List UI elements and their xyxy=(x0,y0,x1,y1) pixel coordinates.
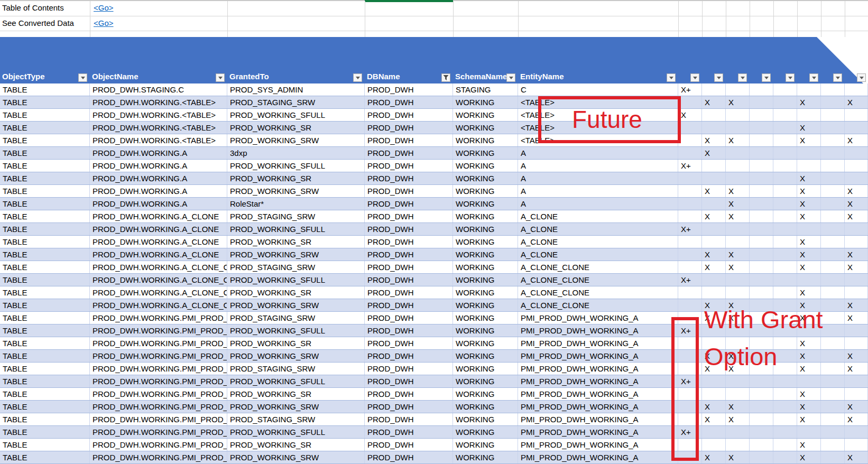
cell-entity[interactable]: A xyxy=(518,185,678,197)
cell-grant-delete[interactable] xyxy=(702,426,726,438)
cell-type[interactable]: TABLE xyxy=(0,236,90,248)
cell-granted[interactable]: PROD_WORKING_SRW xyxy=(227,185,365,197)
cell-name[interactable]: PROD_DWH.WORKING.A xyxy=(90,147,227,159)
cell-db[interactable]: PROD_DWH xyxy=(365,83,453,96)
cell-grant-truncate[interactable] xyxy=(821,401,845,413)
cell-type[interactable]: TABLE xyxy=(0,274,90,286)
cell-grant-delete[interactable] xyxy=(702,122,726,134)
cell-db[interactable]: PROD_DWH xyxy=(365,350,453,362)
cell-grant-rebuild[interactable] xyxy=(750,122,773,134)
cell-grant-references[interactable] xyxy=(773,439,797,451)
cell-schema[interactable]: WORKING xyxy=(453,388,518,400)
cell-grant-insert[interactable] xyxy=(726,83,750,96)
cell-grant-ownership[interactable]: X xyxy=(678,109,702,121)
cell-granted[interactable]: PROD_STAGING_SRW xyxy=(227,312,365,324)
cell-type[interactable]: TABLE xyxy=(0,388,90,400)
cell-grant-select[interactable]: X xyxy=(797,134,821,146)
cell-name[interactable]: PROD_DWH.WORKING.PMI_PROD_DWH_WORKING_A xyxy=(90,401,227,413)
cell-grant-insert[interactable] xyxy=(726,439,750,451)
cell-grant-delete[interactable] xyxy=(702,236,726,248)
cell-grant-rebuild[interactable] xyxy=(750,172,773,184)
cell-grant-truncate[interactable] xyxy=(821,122,845,134)
cell-name[interactable]: PROD_DWH.WORKING.A_CLONE_CLONE xyxy=(90,261,227,273)
cell-grant-select[interactable] xyxy=(797,109,821,121)
cell-grant-ownership[interactable] xyxy=(678,299,702,311)
cell-grant-rebuild[interactable] xyxy=(750,236,773,248)
cell-grant-insert[interactable] xyxy=(726,109,750,121)
cell-grant-references[interactable] xyxy=(773,375,797,387)
cell-db[interactable]: PROD_DWH xyxy=(365,223,453,235)
cell-grant-references[interactable] xyxy=(773,134,797,146)
cell-name[interactable]: PROD_DWH.WORKING.A_CLONE xyxy=(90,236,227,248)
toc-go-link[interactable]: <Go> xyxy=(94,3,114,12)
cell-grant-rebuild[interactable] xyxy=(750,198,773,210)
cell-grant-truncate[interactable] xyxy=(821,337,845,349)
cell-granted[interactable]: PROD_STAGING_SRW xyxy=(227,261,365,273)
filter-dropdown-delete[interactable] xyxy=(714,73,723,82)
cell-grant-ownership[interactable] xyxy=(678,147,702,159)
cell-db[interactable]: PROD_DWH xyxy=(365,324,453,337)
cell-grant-select[interactable] xyxy=(797,83,821,96)
cell-db[interactable]: PROD_DWH xyxy=(365,413,453,425)
cell-type[interactable]: TABLE xyxy=(0,451,90,463)
cell-grant-truncate[interactable] xyxy=(821,261,845,273)
cell-entity[interactable]: PMI_PROD_DWH_WORKING_A xyxy=(518,413,678,425)
cell-grant-truncate[interactable] xyxy=(821,160,845,172)
cell-grant-rebuild[interactable] xyxy=(750,160,773,172)
cell-grant-update[interactable]: X xyxy=(845,401,868,413)
cell-schema[interactable]: WORKING xyxy=(453,439,518,451)
cell-grant-ownership[interactable] xyxy=(678,248,702,261)
cell-schema[interactable]: WORKING xyxy=(453,451,518,463)
cell-type[interactable]: TABLE xyxy=(0,426,90,438)
cell-name[interactable]: PROD_DWH.WORKING.A_CLONE xyxy=(90,248,227,261)
cell-grant-ownership[interactable]: X+ xyxy=(678,160,702,172)
cell-grant-rebuild[interactable] xyxy=(750,413,773,425)
cell-grant-select[interactable]: X xyxy=(797,185,821,197)
cell-entity[interactable]: PMI_PROD_DWH_WORKING_A xyxy=(518,324,678,337)
cell-grant-truncate[interactable] xyxy=(821,134,845,146)
cell-entity[interactable]: A_CLONE_CLONE xyxy=(518,299,678,311)
cell-grant-insert[interactable] xyxy=(726,160,750,172)
cell-schema[interactable]: WORKING xyxy=(453,122,518,134)
cell-grant-ownership[interactable]: X+ xyxy=(678,83,702,96)
cell-grant-insert[interactable] xyxy=(726,122,750,134)
cell-db[interactable]: PROD_DWH xyxy=(365,312,453,324)
cell-grant-select[interactable] xyxy=(797,160,821,172)
cell-granted[interactable]: PROD_WORKING_SRW xyxy=(227,299,365,311)
cell-granted[interactable]: PROD_WORKING_SR xyxy=(227,172,365,184)
filter-dropdown-select[interactable] xyxy=(809,73,818,82)
cell-grant-insert[interactable]: X xyxy=(726,185,750,197)
filter-dropdown-rebuild[interactable] xyxy=(762,73,771,82)
cell-grant-rebuild[interactable] xyxy=(750,109,773,121)
cell-grant-truncate[interactable] xyxy=(821,388,845,400)
cell-grant-select[interactable] xyxy=(797,274,821,286)
cell-granted[interactable]: PROD_WORKING_SR xyxy=(227,439,365,451)
cell-schema[interactable]: WORKING xyxy=(453,426,518,438)
cell-grant-update[interactable]: X xyxy=(845,210,868,222)
cell-grant-truncate[interactable] xyxy=(821,286,845,299)
cell-type[interactable]: TABLE xyxy=(0,286,90,299)
cell-schema[interactable]: WORKING xyxy=(453,109,518,121)
cell-grant-rebuild[interactable] xyxy=(750,388,773,400)
filter-dropdown-ownership[interactable] xyxy=(690,73,699,82)
cell-schema[interactable]: WORKING xyxy=(453,172,518,184)
cell-type[interactable]: TABLE xyxy=(0,299,90,311)
cell-name[interactable]: PROD_DWH.WORKING.PMI_PROD_DWH_WORKING_A xyxy=(90,426,227,438)
cell-type[interactable]: TABLE xyxy=(0,401,90,413)
cell-entity[interactable]: A_CLONE_CLONE xyxy=(518,274,678,286)
cell-grant-update[interactable] xyxy=(845,160,868,172)
cell-grant-rebuild[interactable] xyxy=(750,134,773,146)
cell-name[interactable]: PROD_DWH.WORKING.PMI_PROD_DWH_WORKING_A xyxy=(90,375,227,387)
cell-db[interactable]: PROD_DWH xyxy=(365,451,453,463)
cell-grant-ownership[interactable] xyxy=(678,96,702,108)
cell-name[interactable]: PROD_DWH.WORKING.<TABLE> xyxy=(90,96,227,108)
cell-grant-ownership[interactable] xyxy=(678,198,702,210)
cell-schema[interactable]: WORKING xyxy=(453,401,518,413)
cell-grant-rebuild[interactable] xyxy=(750,439,773,451)
cell-grant-update[interactable] xyxy=(845,439,868,451)
cell-grant-insert[interactable]: X xyxy=(726,198,750,210)
cell-grant-insert[interactable] xyxy=(726,172,750,184)
cell-grant-delete[interactable] xyxy=(702,83,726,96)
cell-grant-truncate[interactable] xyxy=(821,210,845,222)
cell-grant-select[interactable]: X xyxy=(797,363,821,375)
